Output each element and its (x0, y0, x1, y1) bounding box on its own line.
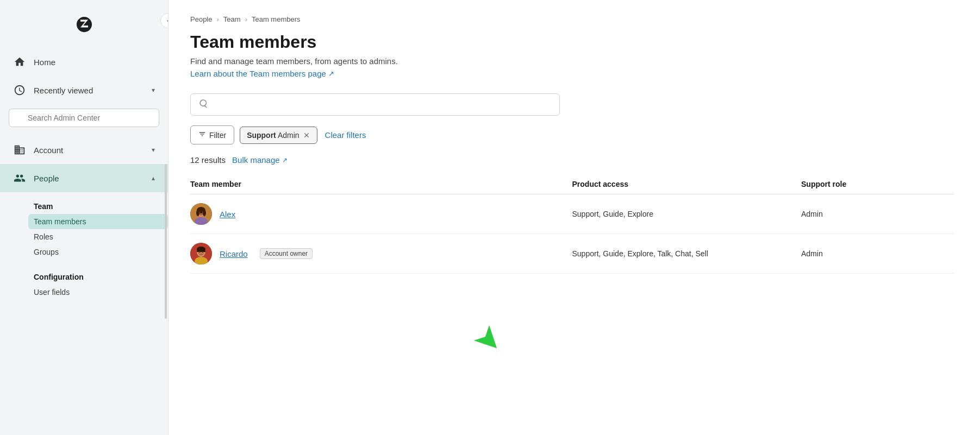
breadcrumb-sep-1: › (216, 15, 219, 23)
sidebar-item-groups[interactable]: Groups (34, 244, 168, 260)
filter-normal-part: Admin (276, 131, 299, 140)
sidebar: Home Recently viewed ▾ 🔍 Account ▾ (0, 0, 168, 435)
table-header: Team member Product access Support role (190, 174, 954, 194)
chevron-down-icon: ▾ (152, 86, 155, 94)
td-role-ricardo: Admin (801, 234, 954, 274)
th-support-role: Support role (801, 174, 954, 194)
sidebar-item-roles[interactable]: Roles (34, 229, 168, 244)
sidebar-account-label: Account (34, 146, 144, 155)
chevron-up-icon-people: ▴ (152, 174, 155, 182)
breadcrumb-team[interactable]: Team (223, 15, 241, 23)
member-search-input[interactable] (190, 93, 560, 116)
home-icon (13, 55, 26, 68)
learn-link-text: Learn about the Team members page (190, 69, 326, 78)
breadcrumb: People › Team › Team members (190, 15, 954, 23)
avatar-alex-image (190, 203, 212, 225)
people-icon (13, 172, 26, 185)
bulk-manage-link[interactable]: Bulk manage ↗ (232, 155, 288, 165)
td-role-alex: Admin (801, 194, 954, 234)
sidebar-people-label: People (34, 174, 144, 183)
sidebar-item-recently-viewed[interactable]: Recently viewed ▾ (0, 76, 168, 104)
filter-tag-text: Support Admin (247, 131, 299, 140)
avatar-alex (190, 203, 212, 225)
svg-point-5 (203, 210, 206, 216)
search-input[interactable] (9, 109, 159, 127)
member-cell-ricardo: Ricardo Account owner (190, 243, 572, 264)
filter-icon (198, 130, 206, 140)
filter-bold-part: Support (247, 131, 276, 140)
main-search-wrapper (190, 93, 560, 116)
sidebar-scroll-area: Home Recently viewed ▾ 🔍 Account ▾ (0, 48, 168, 435)
filter-button-label: Filter (209, 131, 226, 140)
chevron-down-icon-account: ▾ (152, 146, 155, 154)
td-product-alex: Support, Guide, Explore (572, 194, 802, 234)
logo-area (0, 0, 168, 48)
filter-button[interactable]: Filter (190, 125, 234, 144)
search-container: 🔍 (0, 104, 168, 136)
filter-tag-close-button[interactable] (303, 131, 310, 139)
sidebar-item-account[interactable]: Account ▾ (0, 136, 168, 164)
sidebar-item-user-fields[interactable]: User fields (34, 285, 168, 300)
clear-filters-button[interactable]: Clear filters (323, 130, 369, 140)
td-member-alex: Alex (190, 194, 572, 234)
bulk-manage-external-icon: ↗ (282, 156, 288, 164)
sidebar-recently-viewed-label: Recently viewed (34, 86, 144, 95)
svg-point-7 (202, 212, 203, 213)
active-filter-tag: Support Admin (240, 127, 317, 144)
avatar-ricardo-image (190, 243, 212, 264)
building-icon (13, 143, 26, 156)
breadcrumb-sep-2: › (245, 15, 247, 23)
clock-icon (13, 84, 26, 97)
svg-marker-16 (474, 325, 505, 356)
member-name-alex[interactable]: Alex (220, 210, 235, 219)
th-product-access: Product access (572, 174, 802, 194)
scrollbar-track[interactable] (165, 164, 167, 319)
people-sub-nav: Team Team members Roles Groups Configura… (0, 192, 168, 304)
td-member-ricardo: Ricardo Account owner (190, 234, 572, 274)
config-section-title: Configuration (34, 267, 168, 285)
svg-point-4 (196, 210, 199, 216)
page-title: Team members (190, 32, 954, 52)
main-content: People › Team › Team members Team member… (168, 0, 980, 435)
svg-point-14 (202, 251, 203, 253)
sidebar-item-people[interactable]: People ▴ (0, 164, 168, 192)
sidebar-home-label: Home (34, 58, 155, 67)
th-team-member: Team member (190, 174, 572, 194)
table-row: Ricardo Account owner Support, Guide, Ex… (190, 234, 954, 274)
td-product-ricardo: Support, Guide, Explore, Talk, Chat, Sel… (572, 234, 802, 274)
member-name-ricardo[interactable]: Ricardo (220, 249, 248, 259)
table-body: Alex Support, Guide, Explore Admin (190, 194, 954, 274)
results-row: 12 results Bulk manage ↗ (190, 155, 954, 165)
sidebar-item-home[interactable]: Home (0, 48, 168, 76)
learn-link[interactable]: Learn about the Team members page ↗ (190, 69, 334, 78)
search-wrapper: 🔍 (9, 109, 159, 127)
team-section-title: Team (34, 197, 168, 214)
svg-point-13 (199, 251, 200, 253)
sidebar-item-team-members[interactable]: Team members (28, 214, 168, 229)
filter-row: Filter Support Admin Clear filters (190, 125, 954, 144)
zendesk-logo-icon (72, 13, 96, 37)
account-owner-badge: Account owner (260, 248, 313, 259)
arrow-indicator (473, 324, 505, 359)
members-table: Team member Product access Support role (190, 174, 954, 274)
table-row: Alex Support, Guide, Explore Admin (190, 194, 954, 234)
breadcrumb-people[interactable]: People (190, 15, 212, 23)
external-link-icon: ↗ (328, 70, 334, 78)
results-count: 12 results (190, 155, 226, 165)
avatar-ricardo (190, 243, 212, 264)
page-description: Find and manage team members, from agent… (190, 56, 954, 66)
svg-point-6 (199, 212, 200, 213)
main-search-icon (198, 99, 208, 111)
member-cell-alex: Alex (190, 203, 572, 225)
bulk-manage-label: Bulk manage (232, 155, 280, 165)
breadcrumb-team-members: Team members (252, 15, 301, 23)
green-arrow-icon (473, 324, 505, 357)
